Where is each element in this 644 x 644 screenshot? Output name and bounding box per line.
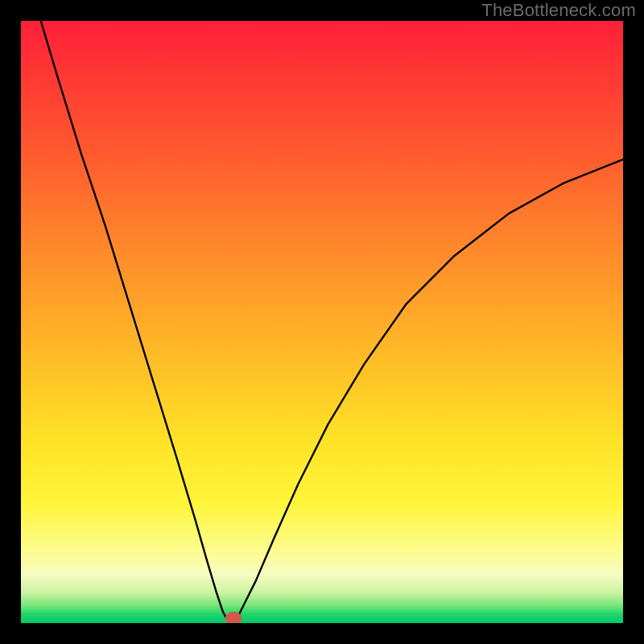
- bottleneck-curve-path: [41, 21, 623, 620]
- plot-area: [21, 21, 623, 623]
- watermark-text: TheBottleneck.com: [481, 0, 636, 21]
- chart-frame: TheBottleneck.com: [0, 0, 644, 644]
- bottleneck-curve-svg: [21, 21, 623, 623]
